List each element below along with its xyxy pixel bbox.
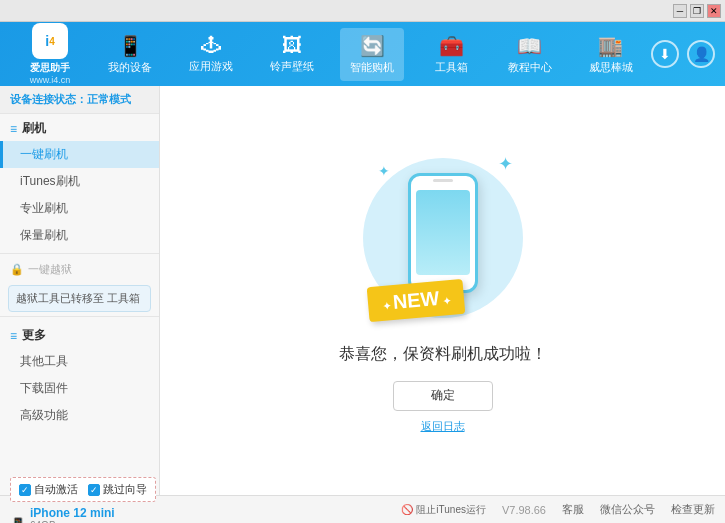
weisi-icon: 🏬	[598, 34, 623, 58]
nav-tutorial-label: 教程中心	[508, 60, 552, 75]
section-jailbreak: 🔒 一键越狱	[0, 258, 159, 281]
phone-container: ✦ ✦ NEW	[373, 148, 513, 328]
success-message: 恭喜您，保资料刷机成功啦！	[339, 344, 547, 365]
jailbreak-title: 一键越狱	[28, 262, 72, 277]
nav-ringtone-wallpaper[interactable]: 🖼 铃声壁纸	[260, 28, 324, 80]
jailbreak-info-text: 越狱工具已转移至 工具箱	[16, 292, 140, 304]
flash-section-title: 刷机	[22, 120, 46, 137]
sidebar-item-download-firmware[interactable]: 下载固件	[0, 375, 159, 402]
ringtone-icon: 🖼	[282, 34, 302, 57]
section-flash: ≡ 刷机	[0, 114, 159, 141]
section-more: ≡ 更多	[0, 321, 159, 348]
skip-wizard-check-icon: ✓	[88, 484, 100, 496]
nav-weisi-label: 威思棒城	[589, 60, 633, 75]
window-controls: ─ ❐ ✕	[673, 4, 721, 18]
logo[interactable]: i4 爱思助手 www.i4.cn	[10, 23, 90, 85]
phone-screen	[416, 190, 470, 275]
toolbox-icon: 🧰	[439, 34, 464, 58]
nav-smart-shop-label: 智能购机	[350, 60, 394, 75]
divider-2	[0, 316, 159, 317]
auto-activate-check-icon: ✓	[19, 484, 31, 496]
nav-smart-shop[interactable]: 🔄 智能购机	[340, 28, 404, 81]
smart-shop-icon: 🔄	[360, 34, 385, 58]
device-name: iPhone 12 mini	[30, 506, 115, 520]
bottom-right: 🚫 阻止iTunes运行 V7.98.66 客服 微信公众号 检查更新	[170, 502, 715, 517]
sidebar-item-itunes-flash[interactable]: iTunes刷机	[0, 168, 159, 195]
flash-section-icon: ≡	[10, 122, 17, 136]
sparkle-right: ✦	[498, 153, 513, 175]
jailbreak-info-box[interactable]: 越狱工具已转移至 工具箱	[8, 285, 151, 312]
title-bar: ─ ❐ ✕	[0, 0, 725, 22]
main-area: 设备连接状态：正常模式 ≡ 刷机 一键刷机 iTunes刷机 专业刷机 保量刷机…	[0, 86, 725, 495]
bottom-checkboxes: ✓ 自动激活 ✓ 跳过向导	[10, 477, 156, 502]
status-label: 设备连接状态：	[10, 93, 87, 105]
sidebar: 设备连接状态：正常模式 ≡ 刷机 一键刷机 iTunes刷机 专业刷机 保量刷机…	[0, 86, 160, 495]
sidebar-item-save-flash[interactable]: 保量刷机	[0, 222, 159, 249]
more-section-title: 更多	[22, 327, 46, 344]
my-device-icon: 📱	[118, 34, 143, 58]
sidebar-item-pro-flash[interactable]: 专业刷机	[0, 195, 159, 222]
itunes-status[interactable]: 🚫 阻止iTunes运行	[401, 503, 486, 517]
auto-activate-label: 自动激活	[34, 482, 78, 497]
nav-tutorial[interactable]: 📖 教程中心	[498, 28, 562, 81]
stop-icon: 🚫	[401, 504, 413, 515]
close-button[interactable]: ✕	[707, 4, 721, 18]
itunes-label: 阻止iTunes运行	[416, 503, 486, 517]
logo-name: 爱思助手	[30, 61, 70, 75]
download-button[interactable]: ⬇	[651, 40, 679, 68]
confirm-button[interactable]: 确定	[393, 381, 493, 411]
phone-shape	[408, 173, 478, 293]
customer-service-link[interactable]: 客服	[562, 502, 584, 517]
minimize-button[interactable]: ─	[673, 4, 687, 18]
sidebar-item-one-key-flash[interactable]: 一键刷机	[0, 141, 159, 168]
auto-activate-checkbox[interactable]: ✓ 自动激活	[19, 482, 78, 497]
status-value: 正常模式	[87, 93, 131, 105]
bottom-bar: ✓ 自动激活 ✓ 跳过向导 📱 iPhone 12 mini 64GB Down…	[0, 495, 725, 523]
more-section-icon: ≡	[10, 329, 17, 343]
nav-weisi-mall[interactable]: 🏬 威思棒城	[579, 28, 643, 81]
sidebar-item-other-tools[interactable]: 其他工具	[0, 348, 159, 375]
nav-toolbox[interactable]: 🧰 工具箱	[421, 28, 481, 81]
nav-apps-games-label: 应用游戏	[189, 59, 233, 74]
logo-url: www.i4.cn	[30, 75, 71, 85]
restore-button[interactable]: ❐	[690, 4, 704, 18]
version: V7.98.66	[502, 504, 546, 516]
success-illustration: ✦ ✦ NEW	[373, 148, 513, 328]
nav-apps-games[interactable]: 🕹 应用游戏	[179, 28, 243, 80]
nav-bar: 📱 我的设备 🕹 应用游戏 🖼 铃声壁纸 🔄 智能购机 🧰 工具箱 📖 教程中心…	[90, 28, 651, 81]
phone-speaker	[433, 179, 453, 182]
lock-icon: 🔒	[10, 263, 24, 276]
content-area: ✦ ✦ NEW 恭喜您，保资料刷机成功啦！ 确定 返回日志	[160, 86, 725, 495]
nav-toolbox-label: 工具箱	[435, 60, 468, 75]
device-info: iPhone 12 mini 64GB Down-12mini-13,1	[30, 506, 115, 523]
header-actions: ⬇ 👤	[651, 40, 715, 68]
sparkle-left: ✦	[378, 163, 390, 179]
logo-icon: i4	[32, 23, 68, 59]
tutorial-icon: 📖	[517, 34, 542, 58]
apps-games-icon: 🕹	[201, 34, 221, 57]
back-to-log-link[interactable]: 返回日志	[421, 419, 465, 434]
check-update-link[interactable]: 检查更新	[671, 502, 715, 517]
wechat-link[interactable]: 微信公众号	[600, 502, 655, 517]
divider-1	[0, 253, 159, 254]
device-icon: 📱	[10, 517, 26, 524]
nav-ringtone-label: 铃声壁纸	[270, 59, 314, 74]
nav-my-device[interactable]: 📱 我的设备	[98, 28, 162, 81]
user-button[interactable]: 👤	[687, 40, 715, 68]
skip-wizard-checkbox[interactable]: ✓ 跳过向导	[88, 482, 147, 497]
header: i4 爱思助手 www.i4.cn 📱 我的设备 🕹 应用游戏 🖼 铃声壁纸 🔄…	[0, 22, 725, 86]
sidebar-item-advanced[interactable]: 高级功能	[0, 402, 159, 429]
skip-wizard-label: 跳过向导	[103, 482, 147, 497]
bottom-left: ✓ 自动激活 ✓ 跳过向导 📱 iPhone 12 mini 64GB Down…	[10, 477, 170, 523]
connection-status: 设备连接状态：正常模式	[0, 86, 159, 114]
nav-my-device-label: 我的设备	[108, 60, 152, 75]
